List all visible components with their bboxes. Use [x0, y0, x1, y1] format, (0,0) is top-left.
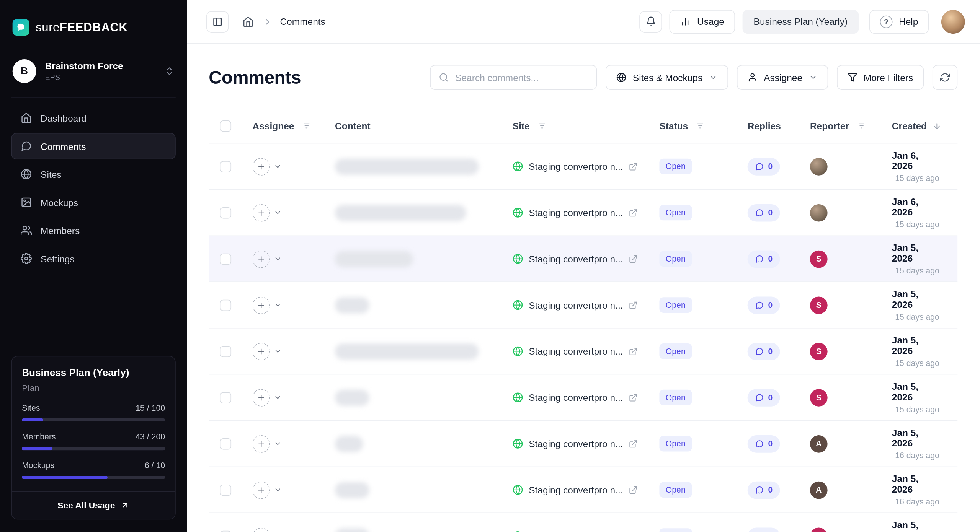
site-name: Staging convertpro n... [529, 346, 623, 356]
page-title: Comments [209, 67, 301, 88]
sidebar-item-sites[interactable]: Sites [11, 161, 175, 187]
search-input[interactable] [455, 72, 588, 83]
row-checkbox[interactable] [220, 207, 231, 218]
add-assignee-button[interactable] [253, 204, 270, 221]
redacted-comment-content [335, 343, 479, 359]
created-date: Jan 6, 2026 [892, 150, 939, 171]
chevron-down-icon[interactable] [274, 208, 282, 216]
more-filters-label: More Filters [864, 72, 913, 83]
chevron-down-icon[interactable] [274, 439, 282, 447]
help-button[interactable]: ? Help [869, 10, 929, 33]
see-all-usage-link[interactable]: See All Usage [12, 491, 175, 519]
chevron-down-icon[interactable] [274, 162, 282, 170]
created-relative: 15 days ago [895, 220, 939, 229]
site-name: Staging convertpro n... [529, 161, 623, 172]
replies-pill[interactable]: 0 [748, 481, 780, 499]
sidebar-collapse-button[interactable] [206, 11, 229, 33]
external-link-icon[interactable] [629, 301, 637, 309]
site-name: Staging convertpro n... [529, 254, 623, 264]
external-link-icon[interactable] [629, 439, 637, 448]
add-assignee-button[interactable] [253, 250, 270, 268]
site-link[interactable]: Staging convertpro n... [513, 485, 660, 495]
row-checkbox[interactable] [220, 161, 231, 172]
workspace-switcher[interactable]: B Brainstorm Force EPS [11, 59, 175, 83]
add-assignee-button[interactable] [253, 435, 270, 452]
more-filters-button[interactable]: More Filters [837, 65, 924, 90]
add-assignee-button[interactable] [253, 527, 270, 532]
filter-icon[interactable] [538, 122, 546, 130]
sidebar-item-dashboard[interactable]: Dashboard [11, 105, 175, 131]
replies-pill[interactable]: 0 [748, 250, 780, 268]
replies-pill[interactable]: 0 [748, 527, 780, 532]
filter-icon[interactable] [696, 122, 704, 130]
add-assignee-button[interactable] [253, 343, 270, 360]
add-assignee-button[interactable] [253, 481, 270, 499]
replies-pill[interactable]: 0 [748, 204, 780, 221]
site-link[interactable]: Staging convertpro n... [513, 161, 660, 172]
reporter-avatar [810, 204, 828, 221]
table-row[interactable]: Staging convertpro n... Open 0 S Jan 5, … [209, 282, 957, 329]
sites-mockups-filter-button[interactable]: Sites & Mockups [606, 65, 728, 90]
brand-name-suffix: FEEDBACK [60, 20, 128, 33]
replies-pill[interactable]: 0 [748, 158, 780, 175]
external-link-icon[interactable] [629, 393, 637, 402]
add-assignee-button[interactable] [253, 389, 270, 406]
external-link-icon[interactable] [629, 208, 637, 217]
user-avatar[interactable] [941, 10, 965, 33]
external-link-icon[interactable] [629, 162, 637, 171]
add-assignee-button[interactable] [253, 296, 270, 314]
breadcrumb-home-icon[interactable] [242, 16, 253, 27]
row-checkbox[interactable] [220, 530, 231, 532]
replies-pill[interactable]: 0 [748, 389, 780, 406]
site-link[interactable]: Staging convertpro n... [513, 300, 660, 311]
table-row[interactable]: Staging convertpro n... Open 0 A Jan 5, … [209, 467, 957, 513]
sidebar-nav: Dashboard Comments Sites Mockups Members… [11, 105, 175, 273]
table-row[interactable]: Staging convertpro n... Open 0 Jan 6, 20… [209, 144, 957, 190]
replies-pill[interactable]: 0 [748, 343, 780, 360]
external-link-icon[interactable] [629, 347, 637, 356]
add-assignee-button[interactable] [253, 158, 270, 175]
site-link[interactable]: Staging convertpro n... [513, 346, 660, 356]
table-row[interactable]: Staging convertpro n... Open 0 S Jan 5, … [209, 375, 957, 421]
table-row[interactable]: Staging convertpro n... Open 0 S Jan 5, … [209, 236, 957, 282]
sidebar-item-members[interactable]: Members [11, 217, 175, 244]
sidebar-item-comments[interactable]: Comments [11, 133, 175, 159]
site-name: Staging convertpro n... [529, 207, 623, 218]
sidebar-item-settings[interactable]: Settings [11, 246, 175, 272]
chevron-down-icon[interactable] [274, 255, 282, 263]
site-link[interactable]: Staging convertpro n... [513, 207, 660, 218]
panel-left-icon [212, 16, 222, 26]
chevron-down-icon[interactable] [274, 347, 282, 355]
current-plan-button[interactable]: Business Plan (Yearly) [742, 10, 859, 33]
chevron-down-icon[interactable] [274, 301, 282, 309]
row-checkbox[interactable] [220, 438, 231, 449]
external-link-icon[interactable] [629, 254, 637, 263]
row-checkbox[interactable] [220, 253, 231, 264]
table-row[interactable]: Staging convertpro n... Open 0 A Jan 5, … [209, 421, 957, 467]
created-date: Jan 5, 2026 [892, 427, 939, 449]
row-checkbox[interactable] [220, 392, 231, 403]
site-link[interactable]: Staging convertpro n... [513, 392, 660, 403]
assignee-filter-button[interactable]: Assignee [737, 65, 828, 90]
table-row[interactable]: Staging convertpro n... Open 0 S Jan 5, … [209, 513, 957, 532]
chevron-down-icon[interactable] [274, 394, 282, 402]
replies-pill[interactable]: 0 [748, 435, 780, 452]
replies-pill[interactable]: 0 [748, 296, 780, 314]
filter-icon[interactable] [857, 122, 865, 130]
select-all-checkbox[interactable] [220, 120, 231, 131]
usage-button[interactable]: Usage [670, 10, 735, 33]
chevron-down-icon[interactable] [274, 486, 282, 494]
table-row[interactable]: Staging convertpro n... Open 0 Jan 6, 20… [209, 190, 957, 236]
row-checkbox[interactable] [220, 299, 231, 311]
filter-icon[interactable] [302, 122, 310, 130]
site-link[interactable]: Staging convertpro n... [513, 438, 660, 449]
table-row[interactable]: Staging convertpro n... Open 0 S Jan 5, … [209, 329, 957, 375]
sidebar-item-mockups[interactable]: Mockups [11, 189, 175, 216]
external-link-icon[interactable] [629, 485, 637, 494]
refresh-button[interactable] [933, 65, 957, 90]
site-link[interactable]: Staging convertpro n... [513, 254, 660, 264]
row-checkbox[interactable] [220, 346, 231, 357]
notifications-button[interactable] [640, 11, 662, 33]
sort-descending-icon[interactable] [933, 122, 941, 130]
row-checkbox[interactable] [220, 484, 231, 495]
